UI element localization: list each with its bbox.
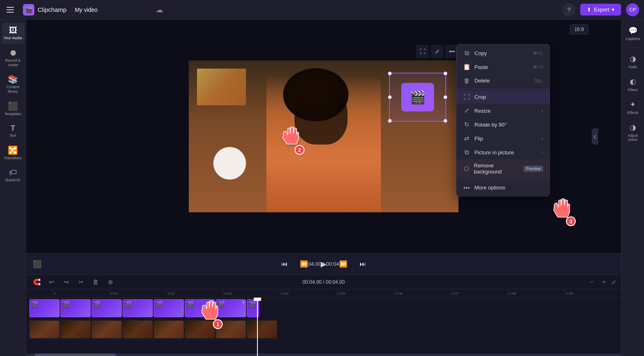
export-button[interactable]: ⬆ Export ▾ xyxy=(580,4,621,16)
help-button[interactable]: ? xyxy=(562,3,575,16)
right-panel-fade[interactable]: ◑ Fade xyxy=(623,51,643,72)
undo-tool[interactable]: ↩ xyxy=(46,276,57,288)
video-preview: 2 🎬 xyxy=(189,60,458,212)
crop-tool-button[interactable]: ⛶ xyxy=(416,45,429,58)
sidebar-item-content-library[interactable]: 📚 Content library xyxy=(2,72,25,97)
sidebar-item-brand[interactable]: 🏷 Brand kit xyxy=(2,165,25,186)
sticker-handle-tl[interactable] xyxy=(388,71,392,76)
more-options-label: More options xyxy=(474,185,505,191)
context-menu-pip[interactable]: ⧉ Picture in picture › xyxy=(456,145,550,159)
flip-label: Flip xyxy=(474,136,483,142)
timecode-display: 00:04.00 / 00:04.00 xyxy=(301,261,347,267)
hamburger-button[interactable] xyxy=(5,3,18,16)
video-clip-8[interactable] xyxy=(247,320,277,338)
film-icon: 🎬 xyxy=(217,300,225,308)
clipchamp-logo-icon: 🎬 xyxy=(23,4,34,16)
purple-clip-2[interactable]: 🎬 xyxy=(60,299,91,317)
context-menu-more[interactable]: ••• More options xyxy=(456,181,550,194)
sidebar-item-templates[interactable]: ⬛ Templates xyxy=(2,99,25,120)
pip-arrow-icon: › xyxy=(541,149,543,155)
resize-tool-button[interactable]: ⤢ xyxy=(431,45,444,58)
sticker-overlay[interactable]: 🎬 xyxy=(389,73,446,122)
right-collapse-handle[interactable]: ❮ xyxy=(592,128,598,145)
sidebar-item-record[interactable]: ⏺ Record & create xyxy=(2,45,25,71)
right-panel-filters[interactable]: ◐ Filters xyxy=(623,74,643,95)
cut-tool[interactable]: ✂ xyxy=(75,276,87,288)
sticker-handle-bl[interactable] xyxy=(388,119,392,123)
remove-bg-label: Remove background xyxy=(474,162,520,175)
context-menu-resize[interactable]: ⤢ Resize › xyxy=(456,104,550,118)
purple-clip-6[interactable]: 🎬 xyxy=(185,299,215,317)
purple-clip-5[interactable]: 🎬 xyxy=(154,299,184,317)
timeline-scrollbar[interactable] xyxy=(26,354,621,356)
context-menu-crop[interactable]: ⛶ Crop xyxy=(456,90,550,104)
skip-back-button[interactable]: ⏮ xyxy=(278,258,291,271)
captions-icon: 💬 xyxy=(628,26,637,35)
video-title-input[interactable] xyxy=(72,5,150,15)
adjust-colors-icon: ◑ xyxy=(630,123,636,132)
purple-clip-3[interactable]: 🎬 xyxy=(92,299,122,317)
delete-tool[interactable]: 🗑 xyxy=(90,276,101,288)
sticker-handle-mr[interactable] xyxy=(443,95,447,99)
adjust-colors-label: Adjust colors xyxy=(625,134,641,142)
zoom-in-button[interactable]: ＋ xyxy=(599,277,609,287)
delete-label: Delete xyxy=(474,78,490,84)
sticker-handle-tr[interactable] xyxy=(443,71,447,76)
right-panel-adjust-colors[interactable]: ◑ Adjust colors xyxy=(623,120,643,145)
right-panel-captions[interactable]: 💬 Captions xyxy=(623,23,643,44)
context-menu-rotate[interactable]: ↻ Rotate by 90° xyxy=(456,118,550,131)
paste-shortcut: ⌘+V xyxy=(533,65,543,70)
fit-button[interactable]: ⤢ xyxy=(611,279,616,285)
add-tool[interactable]: ⊕ xyxy=(105,276,116,288)
sidebar-item-label-record: Record & create xyxy=(5,58,21,67)
timeline-toolbar-right: － ＋ ⤢ xyxy=(587,277,616,287)
purple-clip-7[interactable]: 🎬 ⏸ xyxy=(216,299,246,317)
context-menu-delete[interactable]: 🗑 Delete DEL xyxy=(456,74,550,87)
context-menu-copy[interactable]: ⧉ Copy ⌘+C xyxy=(456,46,550,60)
ruler-marks: 0 0:01 0:02 0:03 0:04 0:05 0:06 0:07 0:0… xyxy=(52,289,621,297)
copy-label: Copy xyxy=(474,50,487,56)
captions-label: Captions xyxy=(626,37,640,41)
sticker-handle-ml[interactable] xyxy=(388,95,392,99)
panel-divider-1 xyxy=(626,47,640,48)
sidebar-item-your-media[interactable]: 🖼 Your media xyxy=(2,23,25,44)
film-icon: 🎬 xyxy=(155,300,163,308)
playhead[interactable] xyxy=(257,298,258,356)
cloud-save-button[interactable]: ☁ xyxy=(154,5,164,15)
video-clip-1[interactable] xyxy=(29,320,60,338)
ruler-mark-4: 0:04 xyxy=(280,289,337,297)
skip-forward-button[interactable]: ⏭ xyxy=(356,258,369,271)
sidebar-item-label-transitions: Transitions xyxy=(4,156,22,160)
video-clip-7[interactable] xyxy=(216,320,246,338)
effects-icon: ✦ xyxy=(630,100,636,109)
redo-tool[interactable]: ↪ xyxy=(60,276,72,288)
circle-overlay xyxy=(213,147,246,180)
video-clip-3[interactable] xyxy=(92,320,122,338)
app-title: Clipchamp xyxy=(38,6,67,13)
caption-toggle-button[interactable]: ⬛ xyxy=(33,260,42,269)
scrollbar-thumb[interactable] xyxy=(34,354,116,356)
sidebar-item-transitions[interactable]: 🔀 Transitions xyxy=(2,143,25,164)
film-icon: 🎬 xyxy=(248,300,256,308)
purple-clip-1[interactable]: 🎬 xyxy=(29,299,60,317)
sidebar-item-text[interactable]: T Text xyxy=(2,121,25,141)
video-clip-4[interactable] xyxy=(123,320,153,338)
ruler-mark-5: 0:05 xyxy=(337,289,394,297)
video-clip-5[interactable] xyxy=(154,320,184,338)
delete-menu-icon: 🗑 xyxy=(463,77,470,84)
context-menu-flip[interactable]: ⇄ Flip › xyxy=(456,131,550,145)
video-clip-2[interactable] xyxy=(60,320,91,338)
video-clip-6[interactable] xyxy=(185,320,215,338)
context-menu-remove-bg[interactable]: ⬡ Remove background Preview xyxy=(456,159,550,178)
context-menu-paste[interactable]: 📋 Paste ⌘+V xyxy=(456,60,550,74)
purple-clip-4[interactable]: 🎬 xyxy=(123,299,153,317)
sticker-handle-br[interactable] xyxy=(443,119,447,123)
sticker-logo: 🎬 xyxy=(401,83,434,111)
zoom-out-button[interactable]: － xyxy=(587,277,597,287)
ruler-mark-9: 0:09 xyxy=(564,289,621,297)
right-panel-effects[interactable]: ✦ Effects xyxy=(623,97,643,118)
sidebar-item-label-your-media: Your media xyxy=(4,36,22,40)
user-avatar-button[interactable]: CP xyxy=(626,3,639,16)
magnet-tool[interactable]: 🧲 xyxy=(31,276,42,288)
templates-icon: ⬛ xyxy=(8,102,18,110)
